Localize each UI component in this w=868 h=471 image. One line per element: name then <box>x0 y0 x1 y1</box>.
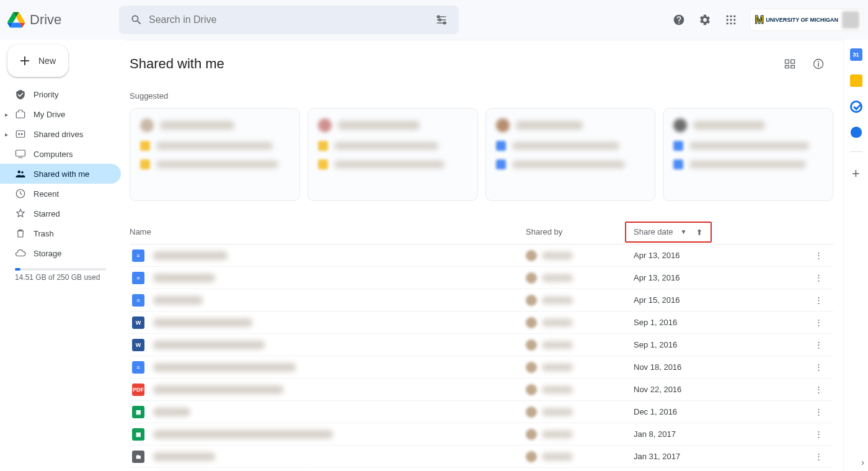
new-button[interactable]: New <box>7 45 68 77</box>
shared-by-cell <box>526 317 625 328</box>
sidebar-item-shared-with-me[interactable]: Shared with me <box>0 164 121 184</box>
arrow-up-icon <box>694 227 704 237</box>
row-more-icon[interactable]: ⋮ <box>811 248 826 263</box>
search-input[interactable] <box>149 14 429 25</box>
svg-point-7 <box>730 19 732 20</box>
suggested-card[interactable] <box>308 108 478 201</box>
hide-side-panel-icon[interactable]: › <box>861 457 864 467</box>
file-name-redacted <box>153 363 296 372</box>
cloud-icon <box>15 248 26 259</box>
table-row[interactable]: 🖿Jan 31, 2017⋮ <box>130 446 833 468</box>
search-icon[interactable] <box>124 7 149 32</box>
logo-area[interactable]: Drive <box>7 11 119 29</box>
table-row[interactable]: ▦Dec 1, 2016⋮ <box>130 401 833 423</box>
share-date-cell: Nov 18, 2016 <box>625 362 811 372</box>
info-icon[interactable] <box>806 52 831 76</box>
share-date-cell: Sep 1, 2016 <box>625 340 811 349</box>
new-button-label: New <box>38 56 56 66</box>
contacts-app-icon[interactable] <box>851 127 862 138</box>
search-bar[interactable] <box>119 6 459 34</box>
sidebar-item-my-drive[interactable]: ▸My Drive <box>0 104 121 124</box>
caret-icon: ▸ <box>5 131 8 138</box>
file-type-icon: 🖿 <box>132 451 144 463</box>
table-row[interactable]: ≡Apr 13, 2016⋮ <box>130 267 833 289</box>
suggested-row <box>130 108 833 201</box>
share-date-sort-highlight[interactable]: Share date ▼ <box>625 222 712 243</box>
svg-point-3 <box>727 16 728 17</box>
file-type-icon: ▦ <box>132 428 144 441</box>
row-more-icon[interactable]: ⋮ <box>811 360 826 375</box>
share-date-cell: Nov 22, 2016 <box>625 385 811 394</box>
row-more-icon[interactable]: ⋮ <box>811 338 826 352</box>
svg-point-4 <box>730 16 732 17</box>
shared-by-cell <box>526 250 625 261</box>
col-name[interactable]: Name <box>130 227 526 236</box>
file-name-redacted <box>153 341 265 349</box>
account-chip[interactable]: MUNIVERSITY OF MICHIGAN <box>750 9 863 31</box>
support-icon[interactable] <box>666 7 691 32</box>
svg-point-17 <box>21 171 23 173</box>
apps-icon[interactable] <box>719 7 743 32</box>
table-row[interactable]: ≡Apr 15, 2016⋮ <box>130 289 833 312</box>
file-name-redacted <box>153 408 190 416</box>
settings-icon[interactable] <box>693 7 717 32</box>
svg-point-20 <box>818 61 819 63</box>
priority-icon <box>15 89 26 100</box>
svg-rect-15 <box>16 150 25 156</box>
file-table: Name Shared by Share date ▼ ≡Apr 13, 201… <box>130 220 833 471</box>
sidebar-item-starred[interactable]: Starred <box>0 204 121 223</box>
suggested-label: Suggested <box>130 91 833 101</box>
share-date-cell: Dec 1, 2016 <box>625 407 811 416</box>
sidebar-item-computers[interactable]: Computers <box>0 144 121 164</box>
tasks-app-icon[interactable] <box>850 101 862 113</box>
grid-view-icon[interactable] <box>777 52 802 76</box>
shared-by-cell <box>526 362 625 373</box>
calendar-app-icon[interactable] <box>850 48 862 61</box>
row-more-icon[interactable]: ⋮ <box>811 271 826 285</box>
file-name-redacted <box>153 274 215 282</box>
account-avatar[interactable] <box>842 11 859 29</box>
get-addons-icon[interactable]: + <box>852 166 860 182</box>
sidebar-item-storage[interactable]: Storage <box>0 243 121 263</box>
app-header: Drive MUNIVERSITY OF MICHIGAN <box>0 0 868 40</box>
row-more-icon[interactable]: ⋮ <box>811 315 826 330</box>
table-row[interactable]: ≡Apr 13, 2016⋮ <box>130 244 833 267</box>
shared-with-me-icon <box>15 168 26 179</box>
suggested-card[interactable] <box>663 108 833 201</box>
suggested-card[interactable] <box>485 108 656 201</box>
table-row[interactable]: ▭Feb 10, 2017⋮ <box>130 468 833 471</box>
product-name: Drive <box>30 12 61 28</box>
row-more-icon[interactable]: ⋮ <box>811 382 826 397</box>
keep-app-icon[interactable] <box>850 74 862 87</box>
col-share-date[interactable]: Share date ▼ <box>625 222 811 243</box>
file-type-icon: ≡ <box>132 249 144 262</box>
file-name-redacted <box>153 318 252 327</box>
row-more-icon[interactable]: ⋮ <box>811 449 826 464</box>
shared-by-cell <box>526 339 625 351</box>
suggested-card[interactable] <box>130 108 300 201</box>
file-type-icon: PDF <box>132 384 144 396</box>
row-more-icon[interactable]: ⋮ <box>811 405 826 419</box>
table-row[interactable]: ≡Nov 18, 2016⋮ <box>130 356 833 379</box>
sidebar-item-priority[interactable]: Priority <box>0 84 121 104</box>
col-shared-by[interactable]: Shared by <box>526 227 625 236</box>
table-row[interactable]: WSep 1, 2016⋮ <box>130 312 833 334</box>
row-more-icon[interactable]: ⋮ <box>811 427 826 442</box>
search-options-icon[interactable] <box>429 7 454 32</box>
trash-icon <box>15 228 26 239</box>
table-row[interactable]: ▦Jan 8, 2017⋮ <box>130 423 833 446</box>
sidebar-item-trash[interactable]: Trash <box>0 223 121 243</box>
caret-icon: ▸ <box>5 111 8 118</box>
table-row[interactable]: PDFNov 22, 2016⋮ <box>130 379 833 401</box>
my-drive-icon <box>15 109 26 120</box>
row-more-icon[interactable]: ⋮ <box>811 293 826 308</box>
table-row[interactable]: WSep 1, 2016⋮ <box>130 334 833 356</box>
page-title: Shared with me <box>130 56 224 72</box>
recent-icon <box>15 188 26 199</box>
sidebar-item-recent[interactable]: Recent <box>0 184 121 204</box>
sidebar-item-shared-drives[interactable]: ▸Shared drives <box>0 124 121 144</box>
file-type-icon: W <box>132 339 144 351</box>
table-header: Name Shared by Share date ▼ <box>130 220 833 244</box>
sidebar: New Priority ▸My Drive ▸Shared drives Co… <box>0 40 121 471</box>
plus-icon <box>17 53 32 68</box>
